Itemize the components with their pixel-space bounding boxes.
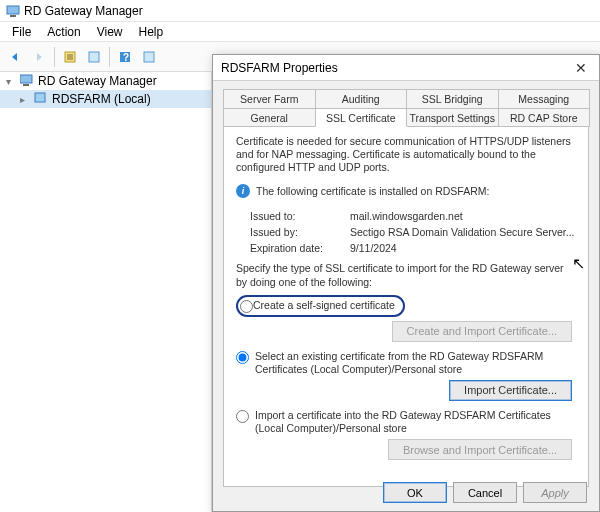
info-icon: i <box>236 184 250 198</box>
issued-by-label: Issued by: <box>250 226 350 238</box>
menubar: File Action View Help <box>0 22 600 42</box>
menu-action[interactable]: Action <box>41 24 86 40</box>
issued-by-row: Issued by: Sectigo RSA Domain Validation… <box>236 226 576 238</box>
tab-messaging[interactable]: Messaging <box>498 89 591 108</box>
dialog-title: RDSFARM Properties <box>221 61 338 75</box>
browse-import-button: Browse and Import Certificate... <box>388 439 572 460</box>
tab-ssl-bridging[interactable]: SSL Bridging <box>406 89 499 108</box>
svg-rect-7 <box>20 75 32 83</box>
tab-general[interactable]: General <box>223 108 316 127</box>
radio-self-signed[interactable] <box>240 300 253 313</box>
option-import-into-store-label: Import a certificate into the RD Gateway… <box>255 409 576 435</box>
tab-rd-cap-store[interactable]: RD CAP Store <box>498 108 591 127</box>
tree-root-label: RD Gateway Manager <box>38 74 157 88</box>
tree-node-server[interactable]: ▸ RDSFARM (Local) <box>0 90 211 108</box>
chevron-right-icon[interactable]: ▸ <box>20 94 30 105</box>
expiration-row: Expiration date: 9/11/2024 <box>236 242 576 254</box>
menu-view[interactable]: View <box>91 24 129 40</box>
page-description: Certificate is needed for secure communi… <box>236 135 576 174</box>
issued-by-value: Sectigo RSA Domain Validation Secure Ser… <box>350 226 576 238</box>
help-button[interactable]: ? <box>114 46 136 68</box>
tab-auditing[interactable]: Auditing <box>315 89 408 108</box>
option-select-existing[interactable]: Select an existing certificate from the … <box>236 350 576 376</box>
svg-rect-6 <box>144 52 154 62</box>
apply-button[interactable]: Apply <box>523 482 587 503</box>
svg-rect-3 <box>89 52 99 62</box>
installed-cert-info: i The following certificate is installed… <box>236 184 576 198</box>
tab-ssl-certificate[interactable]: SSL Certificate <box>315 108 408 127</box>
create-import-button: Create and Import Certificate... <box>392 321 572 342</box>
properties-dialog: RDSFARM Properties ✕ Server Farm Auditin… <box>212 54 600 512</box>
specify-text: Specify the type of SSL certificate to i… <box>236 262 576 288</box>
tab-strip: Server Farm Auditing SSL Bridging Messag… <box>223 89 589 127</box>
toolbar-separator <box>54 47 55 67</box>
option-select-existing-label: Select an existing certificate from the … <box>255 350 576 376</box>
option-import-into-store[interactable]: Import a certificate into the RD Gateway… <box>236 409 576 435</box>
properties-button[interactable] <box>83 46 105 68</box>
back-button[interactable] <box>4 46 26 68</box>
svg-rect-1 <box>10 15 16 17</box>
tree-pane: ▾ RD Gateway Manager ▸ RDSFARM (Local) <box>0 72 212 512</box>
expiration-label: Expiration date: <box>250 242 350 254</box>
chevron-down-icon[interactable]: ▾ <box>6 76 16 87</box>
forward-button[interactable] <box>28 46 50 68</box>
radio-select-existing[interactable] <box>236 351 249 364</box>
tab-server-farm[interactable]: Server Farm <box>223 89 316 108</box>
menu-file[interactable]: File <box>6 24 37 40</box>
issued-to-value: mail.windowsgarden.net <box>350 210 576 222</box>
close-icon[interactable]: ✕ <box>571 60 591 76</box>
cancel-button[interactable]: Cancel <box>453 482 517 503</box>
show-hide-tree-button[interactable] <box>59 46 81 68</box>
ssl-certificate-page: Certificate is needed for secure communi… <box>223 127 589 487</box>
issued-to-label: Issued to: <box>250 210 350 222</box>
dialog-buttons: OK Cancel Apply <box>383 482 587 503</box>
ok-button[interactable]: OK <box>383 482 447 503</box>
radio-import-into-store[interactable] <box>236 410 249 423</box>
menu-help[interactable]: Help <box>133 24 170 40</box>
svg-rect-0 <box>7 6 19 14</box>
dialog-titlebar: RDSFARM Properties ✕ <box>213 55 599 81</box>
tree-root[interactable]: ▾ RD Gateway Manager <box>0 72 211 90</box>
tab-transport-settings[interactable]: Transport Settings <box>406 108 499 127</box>
highlight-ellipse: Create a self-signed certificate <box>236 295 405 317</box>
issued-to-row: Issued to: mail.windowsgarden.net <box>236 210 576 222</box>
app-icon <box>6 4 20 18</box>
svg-text:?: ? <box>123 52 129 63</box>
import-certificate-button[interactable]: Import Certificate... <box>449 380 572 401</box>
tree-node-label: RDSFARM (Local) <box>52 92 151 106</box>
manager-titlebar: RD Gateway Manager <box>0 0 600 22</box>
option-self-signed-label: Create a self-signed certificate <box>253 299 395 313</box>
manager-title: RD Gateway Manager <box>24 4 143 18</box>
refresh-button[interactable] <box>138 46 160 68</box>
server-icon <box>34 92 48 107</box>
expiration-value: 9/11/2024 <box>350 242 576 254</box>
svg-rect-9 <box>35 93 45 102</box>
svg-rect-8 <box>23 84 29 86</box>
installed-cert-text: The following certificate is installed o… <box>256 185 489 197</box>
toolbar-separator <box>109 47 110 67</box>
option-self-signed[interactable]: Create a self-signed certificate <box>236 295 576 317</box>
gateway-icon <box>20 74 34 89</box>
